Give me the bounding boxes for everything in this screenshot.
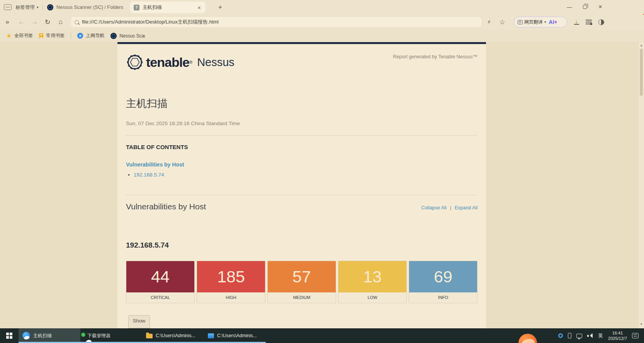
clock[interactable]: 16:41 2025/12/7: [608, 330, 627, 341]
tray-time: 16:41: [608, 330, 627, 336]
folder-icon: [146, 334, 153, 338]
toc-host-link[interactable]: 192.168.5.74: [134, 172, 164, 178]
taskbar-item-explorer-folder[interactable]: C:\Users\Adminis...: [142, 328, 204, 343]
severity-summary: 44 CRITICAL 185 HIGH 57 MEDIUM 13 LOW 69: [126, 261, 477, 303]
reload-icon[interactable]: ↻: [42, 15, 53, 29]
screen: 标签管理 ▾ Nessus Scanner (SC) / Folders ? 主…: [0, 0, 644, 343]
downloads-icon[interactable]: ↓: [571, 15, 582, 29]
bookmark-nav-site[interactable]: e 上网导航: [77, 32, 104, 39]
severity-label: MEDIUM: [268, 292, 336, 303]
start-button[interactable]: [0, 328, 19, 343]
severity-card-critical: 44 CRITICAL: [126, 261, 195, 303]
download-badge-icon: ↓: [81, 333, 85, 337]
address-bar[interactable]: file:///C:/Users/Administrator/Desktop/L…: [70, 16, 482, 28]
taskbar-item-explorer-window[interactable]: C:\Users\Adminis...: [204, 328, 266, 343]
half-circle-icon: [598, 19, 604, 25]
show-button[interactable]: Show: [128, 315, 150, 328]
new-tab-button[interactable]: +: [216, 3, 225, 12]
bookmark-frequent[interactable]: 常用书签: [39, 32, 65, 39]
notification-center-icon[interactable]: [632, 333, 639, 338]
severity-card-info: 69 INFO: [409, 261, 477, 303]
window-minimize-button[interactable]: —: [563, 3, 576, 12]
taskbar-item-label: 主机扫描: [33, 333, 52, 339]
toc-section-link[interactable]: Vulnerabilities by Host: [126, 161, 477, 168]
window-icon: [208, 333, 214, 338]
bookmarks-bar: ★ 全部书签 常用书签 e 上网导航 Nessus Scanner: [0, 29, 644, 42]
window-close-button[interactable]: ×: [594, 3, 607, 12]
browser-tray-icon[interactable]: [558, 333, 563, 338]
tab-manager-label: 标签管理: [15, 4, 35, 11]
browser-icon: [22, 332, 30, 340]
forward-icon[interactable]: →: [30, 15, 40, 29]
bookmark-all[interactable]: ★ 全部书签: [6, 32, 33, 39]
report-title: 主机扫描: [126, 97, 477, 110]
back-icon[interactable]: ←: [16, 15, 26, 29]
scroll-down-icon[interactable]: ▼: [639, 323, 644, 326]
section-controls: Collapse All | Expand All: [421, 205, 477, 211]
phone-icon[interactable]: [568, 333, 571, 338]
nessus-favicon: [47, 4, 53, 10]
severity-label: INFO: [409, 292, 477, 303]
severity-card-medium: 57 MEDIUM: [267, 261, 336, 303]
taskbar-item-download-manager[interactable]: ↓ 下载管理器: [80, 328, 142, 343]
toc-heading: TABLE OF CONTENTS: [126, 144, 477, 150]
severity-count: 185: [197, 261, 265, 292]
boss-key-icon[interactable]: [4, 4, 12, 10]
ime-indicator[interactable]: 英: [598, 333, 603, 339]
download-arrow-icon: ↓: [574, 19, 579, 25]
chevron-down-icon: ▾: [544, 20, 546, 24]
home-icon[interactable]: ⌂: [56, 15, 66, 29]
registered-mark: ®: [189, 60, 192, 65]
tray-date: 2025/12/7: [608, 336, 627, 341]
expand-all-link[interactable]: Expand All: [455, 205, 477, 211]
collapse-all-link[interactable]: Collapse All: [421, 205, 446, 211]
taskbar-item-label: C:\Users\Adminis...: [217, 333, 257, 338]
taskbar-item-host-scan[interactable]: 主机扫描: [19, 328, 80, 343]
report-timestamp: Sun, 07 Dec 2025 16:28:16 China Standard…: [126, 121, 477, 126]
report-header: tenable ® Nessus Report generated by Ten…: [126, 53, 477, 71]
bookmark-star-icon[interactable]: ☆: [497, 15, 508, 29]
search-icon: [75, 20, 79, 24]
titlebar-divider: [42, 4, 43, 10]
list-lines-icon: [586, 20, 592, 24]
severity-card-low: 13 LOW: [338, 261, 407, 303]
page-viewport: tenable ® Nessus Report generated by Ten…: [0, 42, 644, 328]
quick-action-icon[interactable]: ⚡: [484, 15, 494, 29]
severity-label: HIGH: [197, 292, 265, 303]
scrollbar[interactable]: ▲ ▼: [639, 42, 644, 328]
scroll-up-icon[interactable]: ▲: [639, 44, 644, 47]
e-logo-icon: e: [77, 33, 83, 39]
speaker-muted-icon[interactable]: [587, 333, 593, 338]
report-page: tenable ® Nessus Report generated by Ten…: [117, 42, 486, 328]
browser-toolbar: » ← → ↻ ⌂ file:///C:/Users/Administrator…: [0, 15, 644, 29]
bookmark-label: 全部书签: [14, 32, 33, 39]
ai-button[interactable]: AI+: [549, 19, 557, 25]
translate-ai-pill[interactable]: 网页翻译 ▾ AI+: [514, 17, 567, 27]
translate-label: 网页翻译: [524, 19, 543, 25]
file-favicon: ?: [134, 5, 139, 10]
tab-nessus-scanner[interactable]: Nessus Scanner (SC) / Folders: [47, 0, 127, 15]
taskbar: 主机扫描 ↓ 下载管理器 C:\Users\Adminis... C:\User…: [0, 328, 644, 343]
tab-host-scan[interactable]: ? 主机扫描 ×: [130, 2, 206, 13]
reading-list-icon[interactable]: [583, 15, 594, 29]
tab-title: Nessus Scanner (SC) / Folders: [56, 5, 127, 10]
overflow-icon[interactable]: »: [2, 15, 12, 29]
tenable-logo-icon: [126, 53, 144, 71]
bookmark-nessus[interactable]: Nessus Scanner: [110, 33, 145, 39]
window-restore-button[interactable]: [579, 3, 591, 12]
scrollbar-thumb[interactable]: [640, 49, 643, 96]
star-icon: ★: [6, 32, 12, 39]
host-heading: 192.168.5.74: [126, 241, 477, 250]
tab-manager-button[interactable]: 标签管理 ▾: [15, 0, 39, 15]
translate-icon: [518, 20, 523, 24]
severity-label: LOW: [338, 292, 406, 303]
brand-tenable: tenable: [146, 55, 189, 70]
network-monitor-icon[interactable]: [576, 334, 582, 338]
brand-nessus: Nessus: [197, 56, 234, 69]
theme-toggle-icon[interactable]: [596, 15, 607, 29]
severity-card-high: 185 HIGH: [197, 261, 265, 303]
generated-note: Report generated by Tenable Nessus™: [393, 54, 477, 59]
taskbar-item-label: 下载管理器: [87, 333, 110, 339]
severity-count: 13: [338, 261, 406, 292]
close-tab-icon[interactable]: ×: [197, 4, 202, 11]
